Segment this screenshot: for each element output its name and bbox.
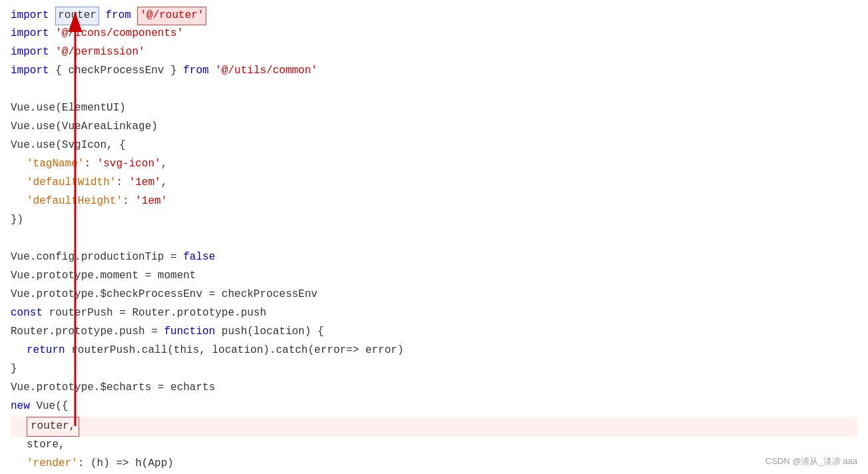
token: , bbox=[161, 156, 168, 173]
token: .prototype.push = bbox=[49, 324, 164, 341]
watermark: CSDN @清从_淡凉 aaa bbox=[765, 455, 857, 469]
token: 'svg-icon' bbox=[97, 156, 161, 173]
token: const bbox=[11, 305, 49, 322]
token: .prototype.$echarts = echarts bbox=[30, 379, 215, 397]
token: , bbox=[161, 174, 168, 192]
code-line: } bbox=[11, 361, 857, 379]
token: function bbox=[164, 324, 221, 341]
token: : (h) => h(App) bbox=[78, 455, 174, 473]
token: from bbox=[99, 7, 138, 25]
token: : bbox=[122, 193, 135, 210]
token: import bbox=[11, 44, 55, 61]
token: routerPush = Router.prototype.push bbox=[49, 305, 266, 322]
token: '1em' bbox=[135, 193, 167, 210]
token: return bbox=[27, 342, 65, 359]
code-line: Vue.prototype.moment = moment bbox=[11, 268, 857, 286]
code-line: }) bbox=[11, 212, 857, 230]
token: .use(ElementUI) bbox=[30, 100, 126, 117]
token: Vue({ bbox=[36, 398, 68, 415]
token: Vue bbox=[11, 100, 30, 117]
code-line: Vue.prototype.$checkProcessEnv = checkPr… bbox=[11, 286, 857, 305]
token: .prototype.$checkProcessEnv = checkProce… bbox=[30, 286, 318, 304]
token: '@/icons/components' bbox=[55, 25, 183, 43]
token: => error) bbox=[346, 342, 403, 359]
code-line: Vue.use(SvgIcon, { bbox=[11, 137, 857, 156]
token: Vue bbox=[11, 249, 30, 266]
token: import bbox=[11, 25, 55, 43]
token: import bbox=[11, 63, 55, 80]
code-line: 'tagName': 'svg-icon', bbox=[11, 156, 857, 174]
code-line: new Vue({ bbox=[11, 398, 857, 417]
token: 'defaultWidth' bbox=[27, 174, 116, 192]
token: error bbox=[314, 342, 346, 359]
token: from bbox=[183, 63, 215, 80]
code-line: Vue.use(ElementUI) bbox=[11, 100, 857, 118]
token: '@/router' bbox=[137, 7, 206, 25]
code-line: return routerPush.call(this, location).c… bbox=[11, 342, 857, 361]
token: Vue bbox=[11, 379, 30, 397]
token: Vue bbox=[11, 268, 30, 285]
token: 'defaultHeight' bbox=[27, 193, 122, 210]
token: 'render' bbox=[27, 455, 78, 473]
token: store, bbox=[27, 437, 65, 454]
code-line bbox=[11, 81, 857, 100]
code-line: Router.prototype.push = function push(lo… bbox=[11, 324, 857, 342]
token: }) bbox=[11, 212, 23, 229]
token: .config.productionTip = bbox=[30, 249, 183, 266]
code-line: Vue.use(VueAreaLinkage) bbox=[11, 118, 857, 137]
token: push(location) { bbox=[222, 324, 324, 341]
token: Vue bbox=[11, 118, 30, 136]
token: : bbox=[116, 174, 128, 192]
token: .use(VueAreaLinkage) bbox=[30, 118, 158, 136]
token: : bbox=[84, 156, 97, 173]
token: router, bbox=[27, 417, 79, 437]
token: '1em' bbox=[129, 174, 161, 192]
token: new bbox=[11, 398, 36, 415]
token: .catch( bbox=[270, 342, 314, 359]
code-line: 'defaultWidth': '1em', bbox=[11, 174, 857, 193]
code-line: const routerPush = Router.prototype.push bbox=[11, 305, 857, 324]
token: false bbox=[183, 249, 215, 266]
code-container: import router from '@/router'import '@/i… bbox=[0, 0, 868, 474]
token: .prototype.moment = moment bbox=[30, 268, 196, 285]
token: Vue bbox=[11, 286, 30, 304]
code-line bbox=[11, 230, 857, 249]
token: '@/utils/common' bbox=[215, 63, 318, 80]
token: Vue bbox=[11, 137, 30, 154]
code-line: Vue.config.productionTip = false bbox=[11, 249, 857, 268]
code-line: import { checkProcessEnv } from '@/utils… bbox=[11, 63, 857, 81]
token: } bbox=[11, 361, 17, 378]
code-line: store, bbox=[11, 437, 857, 455]
code-line: 'render': (h) => h(App) bbox=[11, 455, 857, 474]
code-line: import '@/icons/components' bbox=[11, 25, 857, 44]
token: Router bbox=[11, 324, 49, 341]
token: routerPush.call(this, location) bbox=[65, 342, 270, 359]
code-line: router, bbox=[11, 417, 857, 437]
code-line: import '@/permission' bbox=[11, 44, 857, 63]
code-lines: import router from '@/router'import '@/i… bbox=[11, 7, 857, 474]
token: import bbox=[11, 7, 55, 25]
token: '@/permission' bbox=[55, 44, 144, 61]
token: 'tagName' bbox=[27, 156, 84, 173]
token: .use(SvgIcon, { bbox=[30, 137, 126, 154]
code-line: import router from '@/router' bbox=[11, 7, 857, 25]
token: { checkProcessEnv } bbox=[55, 63, 183, 80]
code-line: 'defaultHeight': '1em' bbox=[11, 193, 857, 212]
token: router bbox=[55, 7, 99, 25]
code-line: Vue.prototype.$echarts = echarts bbox=[11, 379, 857, 398]
